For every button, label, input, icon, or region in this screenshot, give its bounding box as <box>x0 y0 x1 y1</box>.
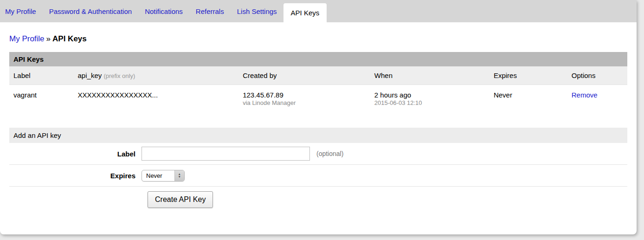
api-key-header-note: (prefix only) <box>103 72 135 79</box>
cell-when: 2 hours ago 2015-06-03 12:10 <box>370 85 489 109</box>
page-content: My Profile»API Keys API Keys Label api_k… <box>0 22 637 208</box>
created-by-via: via Linode Manager <box>243 99 366 106</box>
api-keys-table: API Keys Label api_key (prefix only) Cre… <box>9 52 627 109</box>
add-api-key-section: Add an API key Label (optional) Expires … <box>9 128 627 208</box>
column-header-created-by: Created by <box>238 66 370 84</box>
when-relative: 2 hours ago <box>374 91 485 99</box>
table-row: vagrant XXXXXXXXXXXXXXXX... 123.45.67.89… <box>9 85 627 109</box>
select-stepper-icon: ▲▼ <box>174 170 184 181</box>
breadcrumb: My Profile»API Keys <box>9 34 627 44</box>
remove-key-link[interactable]: Remove <box>572 91 598 99</box>
cell-expires: Never <box>489 85 567 109</box>
expires-select[interactable]: Never ▲▼ <box>142 170 185 182</box>
column-header-label: Label <box>9 66 74 84</box>
create-api-key-button[interactable]: Create API Key <box>148 191 213 208</box>
cell-created-by: 123.45.67.89 via Linode Manager <box>238 85 370 109</box>
tab-referrals[interactable]: Referrals <box>189 0 231 22</box>
tab-password-authentication[interactable]: Password & Authentication <box>43 0 138 22</box>
cell-key-label: vagrant <box>9 85 74 109</box>
cell-options: Remove <box>567 85 627 109</box>
table-title: API Keys <box>9 52 627 66</box>
expires-select-value: Never <box>142 170 174 181</box>
tab-lish-settings[interactable]: Lish Settings <box>231 0 283 22</box>
column-header-when: When <box>370 66 489 84</box>
settings-window: My Profile Password & Authentication Not… <box>0 0 637 234</box>
breadcrumb-my-profile-link[interactable]: My Profile <box>9 34 45 43</box>
label-input[interactable] <box>142 147 310 161</box>
expires-field-label: Expires <box>9 172 142 180</box>
column-header-options: Options <box>567 66 627 84</box>
tab-notifications[interactable]: Notifications <box>138 0 189 22</box>
cell-api-key-prefix: XXXXXXXXXXXXXXXX... <box>74 85 239 109</box>
profile-tabbar: My Profile Password & Authentication Not… <box>0 0 637 22</box>
table-header-row: Label api_key (prefix only) Created by W… <box>9 66 627 85</box>
tab-my-profile[interactable]: My Profile <box>0 0 43 22</box>
api-key-header-text: api_key <box>78 71 102 79</box>
label-field-label: Label <box>9 150 142 158</box>
created-by-ip: 123.45.67.89 <box>243 91 366 99</box>
expires-form-row: Expires Never ▲▼ <box>9 165 627 187</box>
when-absolute: 2015-06-03 12:10 <box>374 99 485 106</box>
column-header-expires: Expires <box>489 66 567 84</box>
add-api-key-title: Add an API key <box>9 128 627 143</box>
label-optional-hint: (optional) <box>316 150 343 157</box>
breadcrumb-separator: » <box>45 34 52 43</box>
tab-api-keys[interactable]: API Keys <box>283 3 327 22</box>
breadcrumb-current: API Keys <box>52 34 87 43</box>
column-header-api-key: api_key (prefix only) <box>74 66 239 84</box>
label-form-row: Label (optional) <box>9 143 627 165</box>
submit-form-row: Create API Key <box>9 187 627 208</box>
